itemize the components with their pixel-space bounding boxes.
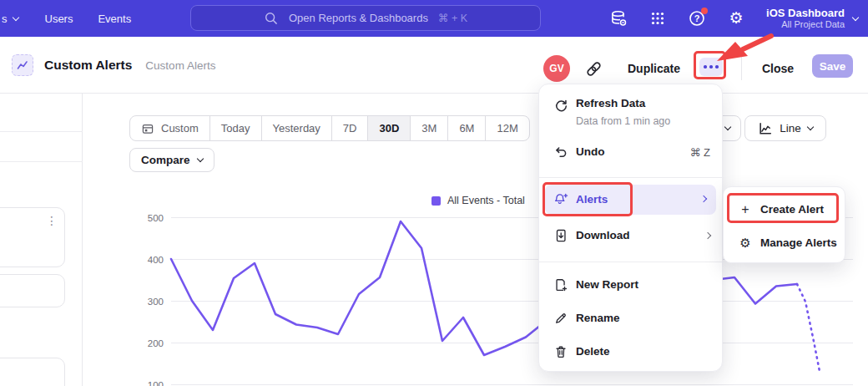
compare-button[interactable]: Compare: [129, 148, 214, 172]
chart-type-button[interactable]: Line: [744, 115, 826, 141]
compare-label: Compare: [141, 154, 190, 166]
apps-grid-button[interactable]: [648, 9, 667, 28]
save-button[interactable]: Save: [812, 54, 853, 78]
search-shortcut: ⌘ + K: [438, 12, 467, 24]
nav-item-events[interactable]: Events: [98, 13, 131, 25]
line-chart-icon: [758, 121, 773, 136]
project-selector[interactable]: iOS Dashboard All Project Data: [766, 7, 858, 30]
menu-label: Refresh Data: [576, 97, 645, 109]
search-icon: [264, 11, 279, 26]
chevron-right-icon: [704, 232, 711, 239]
mini-chart-icon: [15, 58, 30, 73]
annotation-box-more-button: [694, 51, 726, 79]
svg-text:400: 400: [148, 255, 164, 265]
header-left: Custom Alerts Custom Alerts: [12, 37, 215, 94]
range-label: 6M: [459, 122, 474, 135]
range-label: 3M: [421, 122, 437, 135]
nav-item-users[interactable]: Users: [45, 13, 73, 25]
range-yesterday[interactable]: Yesterday: [261, 116, 331, 140]
top-navigation-bar: s Users Events Open Reports & Dashboards…: [0, 0, 868, 37]
range-label: Today: [221, 122, 250, 135]
search-placeholder: Open Reports & Dashboards: [289, 12, 428, 24]
annotation-box-alerts: [542, 182, 633, 216]
menu-item-undo[interactable]: Undo ⌘ Z: [539, 140, 724, 165]
pencil-icon: [553, 311, 568, 326]
header-divider: [741, 53, 742, 80]
legend-swatch: [431, 196, 441, 206]
chart-type-label: Line: [780, 122, 801, 135]
annotation-box-create-alert: [727, 193, 839, 223]
menu-subtitle: Data from 1 min ago: [576, 115, 670, 127]
range-12m[interactable]: 12M: [485, 116, 528, 140]
range-label: Custom: [161, 122, 199, 135]
settings-button[interactable]: ⚙: [727, 9, 745, 28]
avatar[interactable]: GV: [543, 55, 570, 82]
menu-divider: [539, 177, 724, 178]
menu-item-new-report[interactable]: New Report: [539, 272, 724, 298]
range-custom[interactable]: Custom: [130, 116, 209, 140]
range-label: Yesterday: [273, 122, 320, 135]
menu-item-rename[interactable]: Rename: [539, 305, 724, 332]
project-name: iOS Dashboard: [766, 7, 845, 19]
panel-card[interactable]: [0, 274, 65, 307]
chevron-down-icon: [196, 155, 203, 162]
panel-divider: [0, 131, 83, 132]
page-title: Custom Alerts: [44, 58, 132, 73]
app-window: s Users Events Open Reports & Dashboards…: [0, 0, 868, 386]
breadcrumb: Custom Alerts: [145, 59, 215, 72]
calendar-icon: [141, 122, 154, 135]
chart-legend: All Events - Total: [431, 195, 525, 206]
range-label: 30D: [379, 122, 399, 135]
range-label: 7D: [343, 122, 357, 135]
panel-card[interactable]: [0, 358, 65, 386]
chevron-down-icon: [724, 124, 731, 130]
menu-shortcut: ⌘ Z: [689, 146, 710, 159]
link-icon: [585, 60, 603, 78]
download-icon: [553, 228, 568, 243]
svg-text:?: ?: [694, 13, 700, 23]
menu-item-refresh-data[interactable]: Refresh Data Data from 1 min ago: [539, 95, 724, 132]
range-30d[interactable]: 30D: [367, 116, 410, 140]
menu-label: Undo: [576, 145, 605, 158]
menu-label: Download: [576, 229, 630, 241]
range-label: 12M: [497, 122, 517, 135]
chevron-right-icon: [700, 196, 707, 202]
copy-link-button[interactable]: [583, 58, 603, 79]
date-range-control: CustomTodayYesterday7D30D3M6M12M: [129, 115, 530, 141]
chevron-down-icon: [852, 13, 859, 20]
gear-icon: ⚙: [729, 10, 744, 27]
kebab-menu-icon[interactable]: ⋮: [46, 215, 58, 226]
chevron-down-icon: [12, 13, 18, 20]
left-panel: ⋮: [0, 94, 83, 386]
search-input[interactable]: Open Reports & Dashboards ⌘ + K: [190, 5, 541, 31]
chevron-down-icon: [807, 124, 814, 130]
nav-item-partial[interactable]: s: [2, 13, 18, 25]
project-scope: All Project Data: [766, 19, 845, 30]
help-button[interactable]: ?: [688, 9, 706, 28]
data-management-button[interactable]: [609, 9, 628, 28]
menu-divider: [539, 262, 724, 262]
report-icon: [12, 54, 33, 76]
refresh-icon: [553, 99, 568, 114]
submenu-item-manage-alerts[interactable]: ⚙ Manage Alerts: [724, 229, 846, 257]
top-nav: s Users Events: [0, 13, 131, 25]
range-3m[interactable]: 3M: [410, 116, 447, 140]
menu-item-delete[interactable]: Delete: [539, 338, 724, 365]
new-report-icon: [553, 277, 568, 292]
trash-icon: [553, 344, 568, 359]
submenu-label: Manage Alerts: [760, 236, 837, 249]
more-options-menu: Refresh Data Data from 1 min ago Undo ⌘ …: [538, 84, 723, 372]
menu-label: Delete: [576, 345, 610, 358]
panel-divider: [0, 161, 83, 162]
svg-text:100: 100: [148, 380, 164, 386]
panel-card[interactable]: ⋮: [0, 207, 65, 267]
range-7d[interactable]: 7D: [331, 116, 368, 140]
undo-icon: [553, 145, 568, 160]
duplicate-button[interactable]: Duplicate: [628, 62, 680, 75]
menu-label: New Report: [576, 278, 638, 291]
legend-label: All Events - Total: [447, 195, 525, 206]
close-button[interactable]: Close: [762, 62, 794, 75]
menu-item-download[interactable]: Download: [539, 221, 724, 250]
range-today[interactable]: Today: [209, 116, 261, 140]
range-6m[interactable]: 6M: [447, 116, 485, 140]
